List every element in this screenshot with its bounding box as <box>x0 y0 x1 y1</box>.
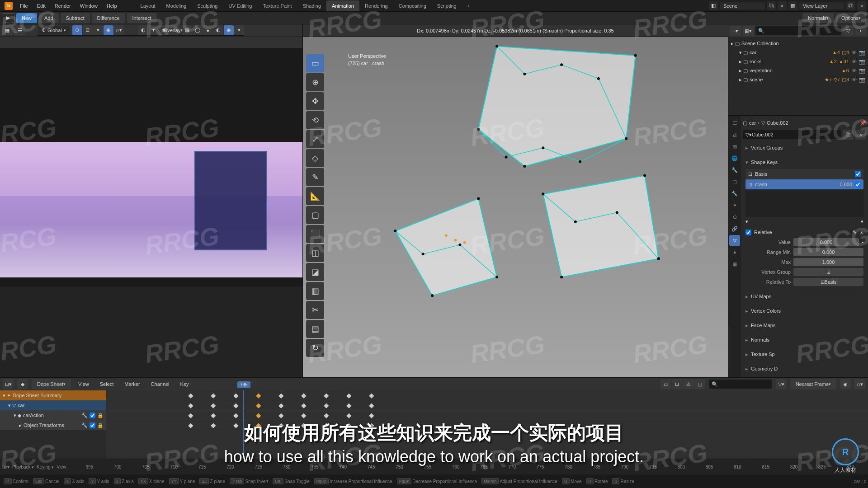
wrench-icon[interactable]: 🔧 <box>81 422 88 428</box>
keyframe-track[interactable] <box>106 390 868 400</box>
vertex-group-input[interactable]: ⊡ <box>793 268 863 276</box>
lock-icon[interactable]: 🔒 <box>97 413 104 418</box>
keyframe[interactable] <box>233 403 238 408</box>
timeline[interactable]: ⊙▾ Playback Keying View 6957007057107157… <box>0 459 868 474</box>
ds-summary-icon[interactable]: ⊡ <box>672 379 683 389</box>
shapekey-value-input[interactable]: 0.000 <box>793 238 859 246</box>
snap-icon[interactable]: ⊡ <box>83 25 93 35</box>
ds-select-icon[interactable]: ▭ <box>660 379 671 389</box>
viewlayer-delete-button[interactable]: × <box>857 1 866 10</box>
prop-tab-constraint-icon[interactable]: 🔗 <box>729 223 740 234</box>
prop-tab-viewlayer-icon[interactable]: ▤ <box>729 141 740 152</box>
chevron-down-icon[interactable]: ▾ <box>861 219 863 225</box>
data-name-input[interactable]: ▽▾ Cube.002 <box>743 130 841 139</box>
keyframe[interactable] <box>346 393 351 398</box>
keyframe[interactable] <box>211 423 216 428</box>
viewlayer-selector[interactable]: View Layer <box>799 2 844 9</box>
keyframe-track[interactable] <box>106 420 868 430</box>
tab-texture-paint[interactable]: Texture Paint <box>257 0 297 11</box>
add-workspace-button[interactable]: + <box>462 0 476 11</box>
tab-animation[interactable]: Animation <box>326 0 359 11</box>
select-tool-icon[interactable]: ▭ <box>306 54 324 72</box>
shading-solid-icon[interactable]: ● <box>203 25 213 35</box>
boolean-subtract-button[interactable]: Subtract <box>61 13 90 23</box>
cursor-tool-icon[interactable]: ⊕ <box>306 73 324 91</box>
outliner-type-icon[interactable]: ≡▾ <box>730 26 741 36</box>
tab-sculpting[interactable]: Sculpting <box>192 0 223 11</box>
keyframe[interactable] <box>278 413 283 418</box>
playback-dropdown[interactable]: Playback <box>12 465 34 469</box>
orientation-dropdown[interactable]: ⊕ Global <box>38 26 70 34</box>
keyframe[interactable] <box>211 403 216 408</box>
prop-tab-object-icon[interactable]: ▢ <box>729 176 740 187</box>
keyframe[interactable] <box>211 413 216 418</box>
polybuild-tool-icon[interactable]: ▤ <box>306 320 324 338</box>
keyframe[interactable] <box>233 413 238 418</box>
dopesheet-search-input[interactable]: 🔍 <box>709 380 772 389</box>
outliner-item-rocks[interactable]: ▸ ▢ rocks ▲2 ▲31 👁📷 <box>731 57 865 66</box>
keyframe[interactable] <box>324 403 329 408</box>
dopesheet-channel-menu[interactable]: Channel <box>147 381 173 387</box>
keyframe[interactable] <box>256 403 261 408</box>
ds-proportional-falloff-icon[interactable]: ∩▾ <box>854 379 865 389</box>
shapekey-mute-checkbox[interactable] <box>855 171 861 177</box>
snap-type-icon[interactable]: ▾ <box>93 25 103 35</box>
ds-warn-icon[interactable]: ⚠ <box>683 379 694 389</box>
prop-tab-modifier-icon[interactable]: 🔧 <box>729 188 740 199</box>
proportional-icon[interactable]: ◉ <box>104 25 113 35</box>
prop-tab-particle-icon[interactable]: ✦ <box>729 200 740 211</box>
dopesheet-tracks[interactable] <box>106 390 868 459</box>
keyframe[interactable] <box>278 393 283 398</box>
ds-transforms-row[interactable]: ▸Object Transforms🔧🔒 <box>0 420 106 430</box>
dopesheet-mode-icon[interactable]: ◆ <box>17 379 28 389</box>
xray-icon[interactable]: ▦ <box>182 25 192 35</box>
shading-wireframe-icon[interactable]: ◯ <box>193 25 203 35</box>
keyframe[interactable] <box>278 423 283 428</box>
scale-tool-icon[interactable]: ⤢ <box>306 130 324 148</box>
move-tool-icon[interactable]: ✥ <box>306 92 324 110</box>
dopesheet-key-menu[interactable]: Key <box>177 381 193 387</box>
keyframe[interactable] <box>211 393 216 398</box>
prop-tab-material-icon[interactable]: ● <box>729 247 740 258</box>
menu-edit[interactable]: Edit <box>33 0 50 11</box>
keying-dropdown[interactable]: Keying <box>37 465 54 469</box>
shapekey-crash[interactable]: ⊡ crash 0.000 <box>745 179 863 189</box>
add-cube-tool-icon[interactable]: ▢ <box>306 206 324 224</box>
texture-space-section[interactable]: ▸Texture Sp <box>745 349 863 359</box>
keyframe[interactable] <box>278 403 283 408</box>
menu-file[interactable]: File <box>15 0 33 11</box>
scene-delete-button[interactable]: × <box>778 1 787 10</box>
tab-compositing[interactable]: Compositing <box>393 0 432 11</box>
annotate-tool-icon[interactable]: ✎ <box>306 168 324 186</box>
boolean-difference-button[interactable]: Difference <box>92 13 125 23</box>
keyframe[interactable] <box>346 413 351 418</box>
tab-modeling[interactable]: Modeling <box>161 0 192 11</box>
tab-shading[interactable]: Shading <box>297 0 326 11</box>
menu-window[interactable]: Window <box>75 0 102 11</box>
scene-selector[interactable]: Scene <box>720 2 765 9</box>
face-maps-section[interactable]: ▸Face Maps <box>745 320 863 330</box>
spin-tool-icon[interactable]: ↻ <box>306 339 324 357</box>
keyframe[interactable] <box>301 393 306 398</box>
dopesheet-snap-dropdown[interactable]: Nearest Frame <box>790 379 836 389</box>
keyframe[interactable] <box>324 423 329 428</box>
keyframe[interactable] <box>324 393 329 398</box>
scene-copy-button[interactable]: ⿻ <box>767 1 776 10</box>
extrude-tool-icon[interactable]: ⬛ <box>306 225 324 243</box>
scene-icon[interactable]: ◧ <box>709 1 718 10</box>
prop-tab-world-icon[interactable]: 🔧 <box>729 164 740 175</box>
prop-tab-output-icon[interactable]: 🖨 <box>729 129 740 140</box>
visibility-icon[interactable]: 👁 <box>851 49 857 56</box>
relative-checkbox[interactable] <box>745 230 751 235</box>
gizmo-icon[interactable]: ◐ <box>138 25 148 35</box>
outliner-display-icon[interactable]: ▦▾ <box>743 26 754 36</box>
dopesheet-marker-menu[interactable]: Marker <box>121 381 143 387</box>
tab-layout[interactable]: Layout <box>135 0 161 11</box>
keyframe[interactable] <box>301 423 306 428</box>
timeline-type-icon[interactable]: ⊙▾ <box>4 465 9 469</box>
ds-car-row[interactable]: ▾ ▽car <box>0 400 106 410</box>
menu-help[interactable]: Help <box>102 0 122 11</box>
normals-dropdown[interactable]: Normals <box>802 13 834 23</box>
ds-mute-checkbox[interactable] <box>90 413 95 418</box>
keyframe[interactable] <box>188 403 193 408</box>
